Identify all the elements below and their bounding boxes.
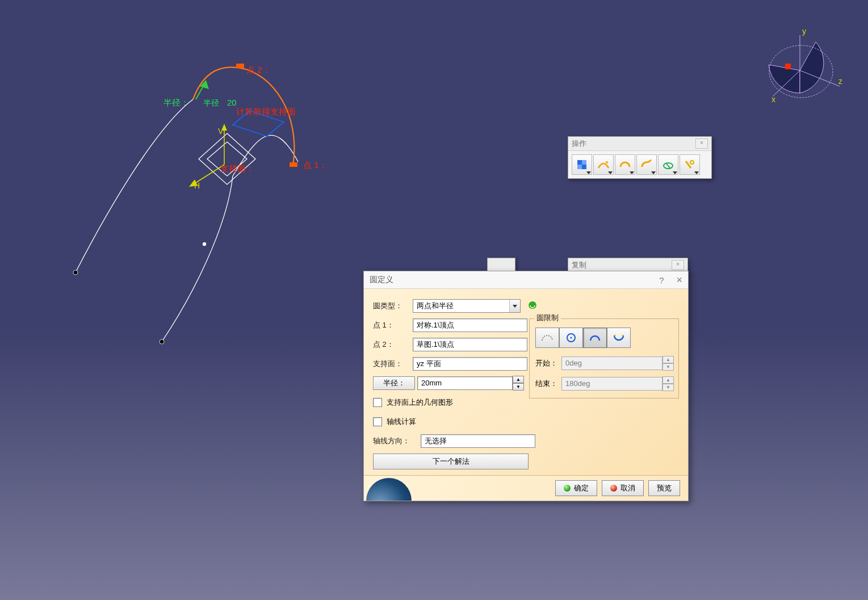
circle-limit-legend: 圆限制 — [534, 313, 561, 323]
svg-point-27 — [571, 337, 572, 339]
dialog-close-button[interactable]: × — [676, 274, 682, 286]
preview-button-label: 预览 — [657, 481, 672, 495]
radius-mode-button[interactable]: 半径： — [373, 376, 415, 390]
scene-label-support-face: 支持面： — [220, 163, 254, 173]
label-point1: 点 1： — [373, 320, 413, 330]
ok-button-label: 确定 — [574, 481, 589, 495]
scene-axis-h: H — [194, 181, 200, 190]
field-end-angle: 180deg — [561, 377, 662, 391]
svg-point-1 — [160, 339, 164, 344]
viewport-3d[interactable]: 点 1： 点 2： 计算所得支持面 支持面： 半径： 半径 20 H V y z… — [0, 0, 868, 600]
cancel-button-label: 取消 — [620, 481, 635, 495]
circle-limit-group: 圆限制 开始： 0deg ▲▼ 结束： 180deg ▲▼ — [529, 318, 679, 398]
label-circle-type: 圆类型： — [373, 301, 413, 311]
field-point1[interactable]: 对称.1\顶点 — [413, 318, 527, 332]
combo-circle-type[interactable]: 两点和半径 — [413, 299, 521, 313]
circle-definition-dialog[interactable]: 圆定义 ? × 圆类型： 两点和半径 点 1： 对称.1\顶点 — [363, 271, 689, 501]
tool-trim-icon[interactable] — [680, 154, 700, 175]
checkbox-axis-compute[interactable] — [373, 417, 382, 426]
compass-x: x — [771, 95, 775, 104]
scene-label-point2: 点 2： — [246, 65, 271, 74]
svg-rect-19 — [577, 160, 582, 165]
dialog-help-button[interactable]: ? — [659, 275, 664, 285]
field-start-angle: 0deg — [561, 356, 662, 370]
limit-mode-trimmed-arc[interactable] — [583, 328, 607, 348]
dialog-title-text: 圆定义 — [370, 275, 393, 285]
field-point2[interactable]: 草图.1\顶点 — [413, 338, 527, 351]
toolbox-operations[interactable]: 操作 × — [568, 136, 712, 179]
start-spin-up: ▲ — [662, 356, 674, 363]
scene-label-radius: 半径： — [163, 98, 189, 107]
field-axis-dir[interactable]: 无选择 — [421, 434, 535, 448]
svg-point-29 — [622, 335, 624, 337]
toolbox-copy-close[interactable]: × — [672, 260, 684, 270]
cancel-button[interactable]: 取消 — [602, 480, 644, 496]
cancel-icon — [610, 485, 617, 492]
checkbox-geom-on-support[interactable] — [373, 398, 382, 407]
radius-spin-up[interactable]: ▲ — [513, 376, 524, 383]
svg-point-23 — [606, 161, 608, 163]
tool-untrim-icon[interactable] — [615, 154, 635, 175]
combo-circle-type-arrow[interactable] — [509, 300, 520, 312]
label-end-angle: 结束： — [535, 379, 561, 389]
svg-rect-20 — [582, 165, 586, 169]
label-axis-compute: 轴线计算 — [387, 417, 416, 427]
view-compass[interactable]: y z x — [754, 25, 845, 116]
svg-point-2 — [203, 242, 206, 246]
svg-point-28 — [614, 335, 616, 337]
scene-label-radius-hint: 半径 — [203, 98, 219, 107]
field-radius[interactable]: 20mm — [417, 376, 513, 390]
toolbox-operations-title-text: 操作 — [572, 137, 586, 150]
toolbox-copy-title-text: 复制 — [572, 258, 586, 272]
end-spin-down: ▼ — [662, 384, 674, 391]
scene-label-radius-value: 20 — [227, 98, 237, 107]
next-solution-button[interactable]: 下一个解法 — [373, 454, 529, 469]
end-spin-up: ▲ — [662, 376, 674, 384]
toolbox-operations-close[interactable]: × — [695, 139, 708, 149]
tool-split-icon[interactable] — [658, 154, 678, 175]
svg-rect-22 — [577, 165, 582, 169]
preview-button[interactable]: 预览 — [648, 480, 680, 496]
svg-rect-3 — [290, 162, 297, 167]
dialog-titlebar[interactable]: 圆定义 ? × — [364, 271, 688, 289]
field-support[interactable]: yz 平面 — [413, 357, 527, 371]
scene-label-support-calc: 计算所得支持面 — [236, 107, 296, 116]
limit-mode-part-arc[interactable] — [535, 328, 559, 348]
toolbox-operations-title[interactable]: 操作 × — [568, 137, 711, 151]
label-geom-on-support: 支持面上的几何图形 — [387, 397, 453, 408]
tool-join-icon[interactable] — [572, 154, 592, 175]
combo-circle-type-value: 两点和半径 — [413, 300, 509, 312]
label-support: 支持面： — [373, 359, 413, 369]
tool-disassemble-icon[interactable] — [636, 154, 657, 175]
lock-swirl-icon[interactable] — [526, 300, 539, 312]
compass-y: y — [802, 27, 806, 36]
scene-axis-v: V — [218, 127, 224, 136]
compass-z: z — [838, 77, 842, 86]
tool-heal-icon[interactable] — [593, 154, 614, 175]
scene-label-point1: 点 1： — [303, 160, 328, 170]
svg-marker-13 — [200, 80, 209, 89]
radius-spin-down[interactable]: ▼ — [513, 383, 524, 391]
label-axis-dir: 轴线方向： — [373, 436, 421, 446]
limit-mode-complementary-arc[interactable] — [607, 328, 631, 348]
ok-button[interactable]: 确定 — [555, 480, 597, 496]
ok-icon — [564, 485, 571, 492]
svg-rect-4 — [236, 64, 244, 68]
svg-point-25 — [690, 161, 694, 164]
label-start-angle: 开始： — [535, 358, 561, 368]
svg-rect-18 — [785, 64, 791, 69]
svg-point-0 — [73, 270, 78, 275]
dialog-footer-decoration — [366, 478, 412, 501]
start-spin-down: ▼ — [662, 363, 674, 371]
label-point2: 点 2： — [373, 339, 413, 350]
svg-rect-21 — [582, 160, 586, 165]
limit-mode-whole-circle[interactable] — [559, 328, 583, 348]
